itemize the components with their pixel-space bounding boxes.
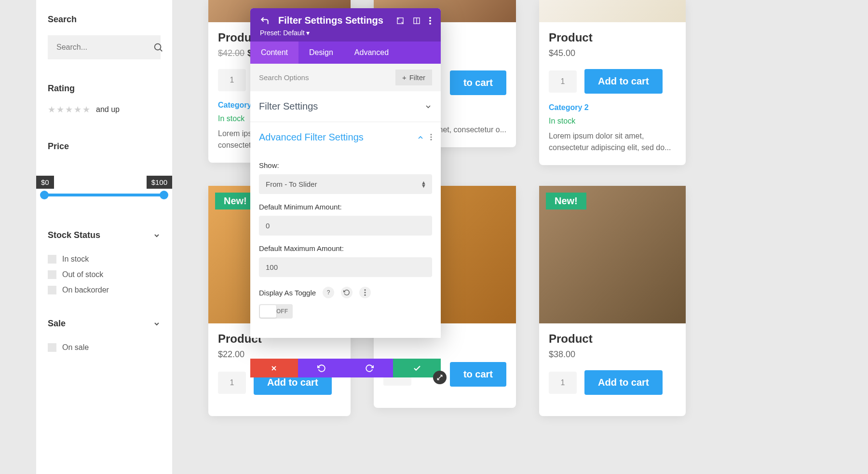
search-options-row: Search Options +Filter (250, 64, 441, 91)
quantity-input[interactable] (549, 372, 577, 394)
rating-row[interactable]: ★ ★ ★ ★ ★ and up (48, 104, 161, 115)
columns-icon[interactable] (413, 17, 420, 25)
svg-point-5 (429, 17, 431, 19)
panel-tabs: Content Design Advanced (250, 42, 441, 64)
chevron-down-icon (424, 103, 432, 111)
quantity-input[interactable] (218, 69, 246, 91)
show-select[interactable]: From - To Slider (259, 174, 432, 194)
star-icon[interactable]: ★ (48, 104, 55, 115)
svg-point-13 (365, 294, 366, 296)
and-up-label: and up (96, 105, 120, 114)
search-options-label[interactable]: Search Options (259, 73, 309, 82)
slider-handle-max[interactable] (160, 191, 168, 199)
product-price: $38.00 (549, 349, 676, 360)
back-icon[interactable] (260, 16, 270, 26)
select-arrows-icon: ▲▼ (421, 181, 426, 188)
action-bar (250, 359, 441, 377)
checkbox-icon[interactable] (48, 270, 56, 279)
add-to-cart-button[interactable]: to cart (450, 70, 506, 95)
stock-opt-backorder[interactable]: On backorder (48, 286, 161, 294)
stock-options: In stock Out of stock On backorder (48, 255, 161, 294)
preset-selector[interactable]: Preset: Default ▾ (260, 29, 431, 37)
section-title: Advanced Filter Settings (259, 132, 364, 143)
checkbox-icon[interactable] (48, 255, 56, 264)
price-max-label: $100 (147, 176, 172, 189)
svg-point-12 (365, 292, 366, 293)
toggle-knob (260, 305, 276, 318)
price-heading: Price (48, 141, 161, 152)
chevron-down-icon (153, 232, 161, 239)
undo-button[interactable] (298, 359, 346, 377)
section-title: Filter Settings (259, 101, 318, 112)
redo-button[interactable] (346, 359, 393, 377)
star-icon[interactable]: ★ (74, 104, 81, 115)
menu-icon[interactable] (429, 17, 431, 25)
min-input[interactable] (259, 216, 432, 236)
svg-point-0 (155, 44, 161, 50)
svg-point-8 (430, 134, 432, 135)
svg-point-9 (430, 136, 432, 138)
slider-handle-min[interactable] (40, 191, 49, 199)
menu-icon[interactable] (430, 134, 432, 141)
advanced-filter-settings-section[interactable]: Advanced Filter Settings (250, 122, 441, 153)
min-label: Default Minimum Amount: (259, 203, 432, 211)
filter-settings-section[interactable]: Filter Settings (250, 91, 441, 122)
stock-heading: Stock Status (48, 230, 100, 240)
sidebar: Search Rating ★ ★ ★ ★ ★ and up Price $0 … (36, 0, 172, 474)
add-to-cart-button[interactable]: Add to cart (584, 69, 663, 94)
svg-point-7 (429, 23, 431, 25)
checkbox-icon[interactable] (48, 343, 56, 352)
show-label: Show: (259, 161, 432, 169)
menu-icon[interactable] (359, 287, 371, 298)
price-min-label: $0 (36, 176, 54, 189)
stock-opt-instock[interactable]: In stock (48, 255, 161, 264)
add-to-cart-button[interactable]: to cart (450, 362, 506, 387)
svg-line-16 (438, 376, 442, 379)
stock-label: In stock (549, 117, 676, 125)
slider-track[interactable] (41, 194, 167, 196)
svg-line-1 (160, 49, 162, 51)
toggle-state: OFF (276, 308, 288, 315)
reset-icon[interactable] (341, 287, 353, 298)
settings-panel: Filter Settings Settings Preset: Default… (250, 8, 441, 338)
stock-status-header[interactable]: Stock Status (48, 230, 161, 240)
close-button[interactable] (250, 359, 298, 377)
rating-heading: Rating (48, 84, 161, 94)
chevron-down-icon (153, 320, 161, 328)
panel-title: Filter Settings Settings (278, 15, 388, 26)
quantity-input[interactable] (218, 372, 246, 394)
sale-opt-onsale[interactable]: On sale (48, 343, 161, 352)
price-slider[interactable]: $0 $100 (48, 176, 161, 196)
svg-point-10 (430, 139, 432, 140)
new-badge: New! (546, 193, 586, 209)
add-to-cart-button[interactable]: Add to cart (584, 370, 663, 395)
advanced-settings-body: Show: From - To Slider ▲▼ Default Minimu… (250, 161, 441, 338)
search-input[interactable] (56, 43, 153, 52)
sale-header[interactable]: Sale (48, 319, 161, 329)
display-toggle[interactable]: OFF (259, 304, 293, 319)
search-icon[interactable] (153, 42, 163, 53)
stars[interactable]: ★ ★ ★ ★ ★ (48, 104, 90, 115)
resize-handle[interactable] (433, 371, 447, 384)
tab-design[interactable]: Design (298, 42, 344, 64)
search-box[interactable] (48, 35, 161, 59)
sale-heading: Sale (48, 319, 66, 329)
svg-point-11 (365, 289, 366, 291)
expand-icon[interactable] (396, 17, 404, 25)
help-icon[interactable]: ? (323, 287, 334, 298)
tab-advanced[interactable]: Advanced (344, 42, 399, 64)
plus-icon: + (402, 73, 407, 82)
product-price: $45.00 (549, 48, 676, 58)
quantity-input[interactable] (549, 70, 577, 93)
tab-content[interactable]: Content (250, 42, 298, 64)
star-icon[interactable]: ★ (65, 104, 73, 115)
max-input[interactable] (259, 257, 432, 277)
star-icon[interactable]: ★ (82, 104, 90, 115)
checkbox-icon[interactable] (48, 286, 56, 294)
category-link[interactable]: Category 2 (549, 103, 676, 112)
sale-options: On sale (48, 343, 161, 352)
product-description: Lorem ipsum dolor sit amet, consectetur … (549, 130, 676, 153)
star-icon[interactable]: ★ (56, 104, 64, 115)
filter-button[interactable]: +Filter (395, 70, 432, 85)
stock-opt-outofstock[interactable]: Out of stock (48, 270, 161, 279)
